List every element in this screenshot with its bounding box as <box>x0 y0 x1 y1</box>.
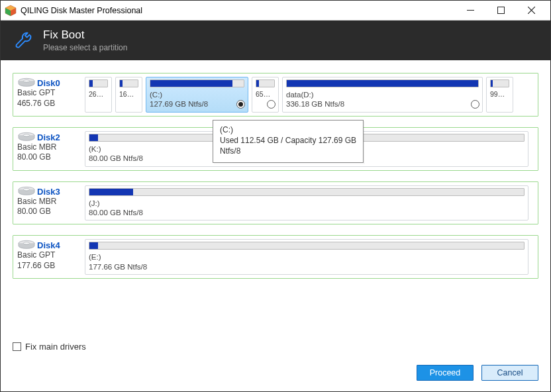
fix-main-drivers-row[interactable]: Fix main drivers <box>13 342 538 352</box>
partition-letter: (E:) <box>89 252 525 262</box>
usage-fill <box>150 80 232 87</box>
disk-icon <box>17 186 36 197</box>
usage-bar <box>490 79 509 87</box>
usage-bar <box>89 242 525 250</box>
partition-label: (C:)127.69 GB Ntfs/8 <box>150 90 244 109</box>
partition[interactable]: 26… <box>85 77 112 113</box>
disk-size: 80.00 GB <box>17 152 81 163</box>
fix-main-drivers-label: Fix main drivers <box>25 342 86 352</box>
svg-point-14 <box>23 242 29 244</box>
disk-icon <box>17 77 36 88</box>
usage-fill <box>89 80 93 87</box>
disk-size: 465.76 GB <box>17 99 81 109</box>
tooltip-line: Used 112.54 GB / Capacity 127.69 GB <box>220 135 356 146</box>
usage-bar <box>150 79 244 87</box>
partition[interactable]: 16… <box>115 77 142 113</box>
page-header: Fix Boot Please select a partition <box>1 21 550 60</box>
partition-size: 177.66 GB Ntfs/8 <box>89 262 525 271</box>
svg-point-10 <box>23 134 29 136</box>
svg-point-12 <box>23 188 29 190</box>
close-icon <box>528 7 535 14</box>
svg-rect-4 <box>497 7 504 14</box>
partition-label: data(D:)336.18 GB Ntfs/8 <box>286 90 479 109</box>
disk-list: Disk0Basic GPT465.76 GB26…16…(C:)127.69 … <box>1 66 550 352</box>
disk-type: Basic GPT <box>17 250 81 261</box>
usage-fill <box>120 80 123 87</box>
disk-info: Disk2Basic MBR80.00 GB <box>13 128 85 170</box>
partition-radio[interactable] <box>471 100 479 109</box>
minimize-button[interactable] <box>455 1 485 21</box>
disk-type: Basic MBR <box>17 197 81 207</box>
disk-info: Disk3Basic MBR80.00 GB <box>13 182 85 224</box>
window-title: QILING Disk Master Professional <box>21 6 142 15</box>
usage-bar <box>286 79 479 87</box>
minimize-icon <box>467 7 474 14</box>
partition[interactable]: (J:)80.00 GB Ntfs/8 <box>85 185 528 221</box>
partition-letter: (J:) <box>89 199 525 208</box>
page-title: Fix Boot <box>43 28 127 42</box>
close-button[interactable] <box>516 1 546 21</box>
partition-size: 99… <box>490 90 509 99</box>
disk-row: Disk4Basic GPT177.66 GB(E:)177.66 GB Ntf… <box>13 235 538 279</box>
disk-type: Basic GPT <box>17 88 81 99</box>
partition-label: 65… <box>256 90 275 99</box>
partition-size: 65… <box>256 90 275 99</box>
disk-name: Disk3 <box>37 187 60 197</box>
partition-label: 16… <box>119 90 138 99</box>
partition-label: (E:)177.66 GB Ntfs/8 <box>89 252 525 271</box>
disk-row: Disk3Basic MBR80.00 GB(J:)80.00 GB Ntfs/… <box>13 181 538 225</box>
partition-letter: data(D:) <box>286 90 479 99</box>
partition-label: 99… <box>490 90 509 99</box>
fix-main-drivers-checkbox[interactable] <box>13 342 21 351</box>
svg-point-8 <box>23 80 29 82</box>
partition-size: 26… <box>89 90 108 99</box>
partition-letter: (C:) <box>150 90 244 99</box>
partition[interactable]: 99… <box>486 77 513 113</box>
usage-bar <box>256 79 275 87</box>
footer: Fix main drivers Proceed Cancel <box>1 325 550 391</box>
usage-fill <box>256 80 259 87</box>
disk-info: Disk0Basic GPT465.76 GB <box>13 74 85 116</box>
partition[interactable]: 65… <box>252 77 279 113</box>
usage-bar <box>89 188 525 196</box>
usage-fill <box>89 189 133 195</box>
usage-bar <box>119 79 138 87</box>
tooltip-line: (C:) <box>220 124 356 135</box>
usage-bar <box>89 79 108 87</box>
partition-container: (J:)80.00 GB Ntfs/8 <box>85 182 538 224</box>
disk-type: Basic MBR <box>17 142 81 153</box>
tooltip-line: Ntfs/8 <box>220 146 356 156</box>
wrench-icon <box>14 30 34 50</box>
partition-label: (J:)80.00 GB Ntfs/8 <box>89 199 525 218</box>
partition-radio[interactable] <box>267 100 276 109</box>
radio-dot-icon <box>238 102 243 107</box>
partition-tooltip: (C:) Used 112.54 GB / Capacity 127.69 GB… <box>213 120 364 163</box>
cancel-label: Cancel <box>497 368 523 377</box>
usage-fill <box>89 134 98 141</box>
maximize-button[interactable] <box>485 1 516 21</box>
proceed-button[interactable]: Proceed <box>417 365 474 381</box>
disk-icon <box>17 132 36 142</box>
disk-size: 80.00 GB <box>17 207 81 217</box>
cancel-button[interactable]: Cancel <box>481 365 538 381</box>
partition[interactable]: (C:)127.69 GB Ntfs/8 <box>146 77 248 113</box>
disk-name: Disk4 <box>37 240 60 250</box>
app-window: QILING Disk Master Professional Fix Boot… <box>0 0 551 392</box>
partition-size: 336.18 GB Ntfs/8 <box>286 99 479 109</box>
partition-size: 16… <box>119 90 138 99</box>
disk-info: Disk4Basic GPT177.66 GB <box>13 236 85 278</box>
partition-radio[interactable] <box>236 100 245 109</box>
disk-size: 177.66 GB <box>17 261 81 271</box>
usage-fill <box>491 80 493 87</box>
partition-label: 26… <box>89 90 108 99</box>
proceed-label: Proceed <box>430 368 461 377</box>
maximize-icon <box>497 7 505 14</box>
title-bar: QILING Disk Master Professional <box>1 1 550 21</box>
partition[interactable]: (E:)177.66 GB Ntfs/8 <box>85 239 528 275</box>
disk-name: Disk0 <box>37 78 60 88</box>
partition-size: 127.69 GB Ntfs/8 <box>150 99 244 109</box>
disk-name: Disk2 <box>37 132 60 142</box>
partition[interactable]: data(D:)336.18 GB Ntfs/8 <box>282 77 483 113</box>
disk-icon <box>17 240 36 250</box>
usage-fill <box>89 242 98 249</box>
